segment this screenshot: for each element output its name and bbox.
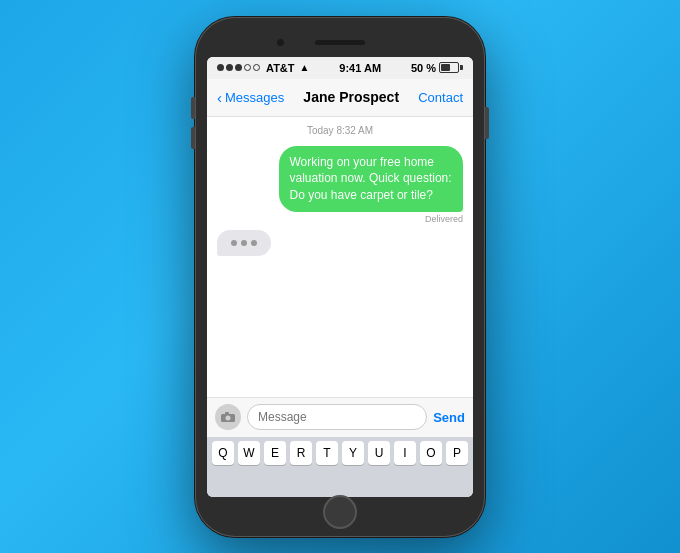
back-label: Messages bbox=[225, 90, 284, 105]
front-camera bbox=[277, 39, 284, 46]
message-area: Today 8:32 AM Working on your free home … bbox=[207, 117, 473, 397]
delivered-label: Delivered bbox=[425, 214, 463, 224]
svg-rect-2 bbox=[225, 412, 229, 415]
contact-button[interactable]: Contact bbox=[418, 90, 463, 105]
nav-bar: ‹ Messages Jane Prospect Contact bbox=[207, 79, 473, 117]
home-button[interactable] bbox=[323, 495, 357, 529]
key-r[interactable]: R bbox=[290, 441, 312, 465]
key-o[interactable]: O bbox=[420, 441, 442, 465]
status-bar: AT&T ▲ 9:41 AM 50 % bbox=[207, 57, 473, 79]
key-i[interactable]: I bbox=[394, 441, 416, 465]
volume-down-button bbox=[191, 127, 195, 149]
power-button bbox=[485, 107, 489, 139]
typing-dot-3 bbox=[251, 240, 257, 246]
status-right: 50 % bbox=[411, 62, 463, 74]
sent-message-row: Working on your free home valuation now.… bbox=[217, 146, 463, 224]
signal-dot-5 bbox=[253, 64, 260, 71]
key-p[interactable]: P bbox=[446, 441, 468, 465]
keyboard-row-1: Q W E R T Y U I O P bbox=[211, 441, 469, 465]
phone-frame: AT&T ▲ 9:41 AM 50 % ‹ Messages Jane Pros… bbox=[195, 17, 485, 537]
phone-screen: AT&T ▲ 9:41 AM 50 % ‹ Messages Jane Pros… bbox=[207, 57, 473, 497]
received-message-row bbox=[217, 230, 463, 256]
volume-up-button bbox=[191, 97, 195, 119]
speaker bbox=[315, 40, 365, 45]
battery-percent: 50 % bbox=[411, 62, 436, 74]
camera-button[interactable] bbox=[215, 404, 241, 430]
battery-body bbox=[439, 62, 459, 73]
back-button[interactable]: ‹ Messages bbox=[217, 89, 284, 106]
input-area: Send bbox=[207, 397, 473, 437]
status-time: 9:41 AM bbox=[339, 62, 381, 74]
typing-dot-1 bbox=[231, 240, 237, 246]
typing-dot-2 bbox=[241, 240, 247, 246]
carrier-label: AT&T bbox=[266, 62, 295, 74]
back-chevron-icon: ‹ bbox=[217, 89, 222, 106]
signal-dot-2 bbox=[226, 64, 233, 71]
signal-dot-1 bbox=[217, 64, 224, 71]
status-left: AT&T ▲ bbox=[217, 62, 309, 74]
key-y[interactable]: Y bbox=[342, 441, 364, 465]
signal-dot-3 bbox=[235, 64, 242, 71]
phone-top bbox=[207, 29, 473, 57]
keyboard: Q W E R T Y U I O P bbox=[207, 437, 473, 497]
battery-icon bbox=[439, 62, 463, 73]
send-button[interactable]: Send bbox=[433, 410, 465, 425]
camera-icon bbox=[221, 411, 235, 423]
key-q[interactable]: Q bbox=[212, 441, 234, 465]
sent-bubble: Working on your free home valuation now.… bbox=[279, 146, 464, 212]
wifi-icon: ▲ bbox=[300, 62, 310, 73]
nav-title: Jane Prospect bbox=[303, 89, 399, 105]
battery-tip bbox=[460, 65, 463, 70]
key-u[interactable]: U bbox=[368, 441, 390, 465]
svg-point-1 bbox=[226, 416, 231, 421]
key-t[interactable]: T bbox=[316, 441, 338, 465]
typing-indicator bbox=[217, 230, 271, 256]
key-w[interactable]: W bbox=[238, 441, 260, 465]
message-input[interactable] bbox=[247, 404, 427, 430]
signal-strength bbox=[217, 64, 260, 71]
battery-fill bbox=[441, 64, 450, 71]
signal-dot-4 bbox=[244, 64, 251, 71]
message-timestamp: Today 8:32 AM bbox=[217, 125, 463, 136]
key-e[interactable]: E bbox=[264, 441, 286, 465]
